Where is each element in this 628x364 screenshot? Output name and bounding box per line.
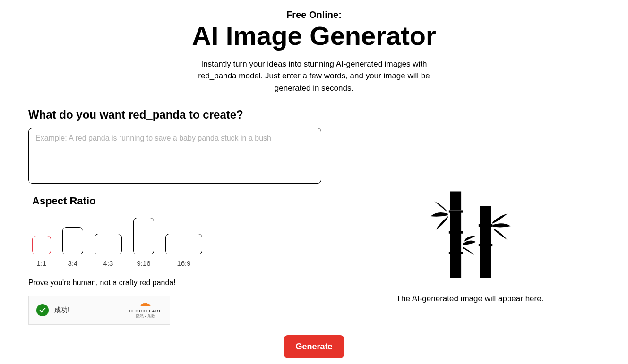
aspect-option-label: 1:1 bbox=[37, 259, 47, 267]
header-subtitle: Free Online: bbox=[28, 9, 600, 20]
aspect-box-icon bbox=[165, 234, 202, 254]
svg-rect-0 bbox=[450, 191, 461, 210]
aspect-option-label: 3:4 bbox=[68, 259, 78, 267]
page-title: AI Image Generator bbox=[28, 21, 600, 51]
aspect-option-label: 4:3 bbox=[103, 259, 113, 267]
captcha-widget[interactable]: 成功! CLOUDFLARE 隐私 • 条款 bbox=[28, 296, 170, 325]
svg-rect-9 bbox=[480, 246, 491, 278]
svg-rect-6 bbox=[448, 252, 462, 254]
aspect-option-label: 9:16 bbox=[137, 259, 150, 267]
svg-rect-8 bbox=[480, 226, 491, 244]
svg-rect-2 bbox=[450, 233, 461, 252]
preview-placeholder-text: The AI-generated image will appear here. bbox=[396, 294, 544, 304]
cloudflare-icon bbox=[138, 302, 153, 308]
aspect-box-icon bbox=[32, 236, 51, 254]
aspect-option-4-3[interactable]: 4:3 bbox=[95, 234, 122, 267]
cloudflare-brand: CLOUDFLARE 隐私 • 条款 bbox=[129, 302, 162, 319]
generate-button[interactable]: Generate bbox=[284, 335, 344, 358]
svg-rect-1 bbox=[450, 212, 461, 231]
bamboo-icon bbox=[421, 186, 520, 286]
aspect-option-1-1[interactable]: 1:1 bbox=[32, 236, 51, 267]
aspect-ratio-label: Aspect Ratio bbox=[32, 195, 321, 207]
svg-rect-10 bbox=[478, 224, 492, 226]
aspect-ratio-options: 1:1 3:4 4:3 9:16 16:9 bbox=[32, 218, 321, 267]
svg-rect-5 bbox=[448, 231, 462, 233]
svg-rect-3 bbox=[450, 254, 461, 277]
svg-rect-4 bbox=[448, 210, 462, 212]
aspect-box-icon bbox=[62, 227, 83, 254]
prompt-input[interactable] bbox=[28, 128, 321, 184]
cloudflare-links[interactable]: 隐私 • 条款 bbox=[136, 313, 155, 319]
aspect-option-9-16[interactable]: 9:16 bbox=[133, 218, 154, 267]
cloudflare-text: CLOUDFLARE bbox=[129, 309, 162, 313]
aspect-box-icon bbox=[133, 218, 154, 254]
prompt-label: What do you want red_panda to create? bbox=[28, 108, 321, 121]
aspect-option-label: 16:9 bbox=[177, 259, 190, 267]
captcha-label: Prove you're human, not a crafty red pan… bbox=[28, 279, 321, 287]
svg-rect-11 bbox=[478, 244, 492, 246]
aspect-option-3-4[interactable]: 3:4 bbox=[62, 227, 83, 267]
header-description: Instantly turn your ideas into stunning … bbox=[189, 58, 439, 94]
aspect-option-16-9[interactable]: 16:9 bbox=[165, 234, 202, 267]
checkmark-icon bbox=[36, 304, 49, 316]
captcha-status: 成功! bbox=[54, 306, 69, 314]
svg-rect-7 bbox=[480, 206, 491, 224]
aspect-box-icon bbox=[95, 234, 122, 254]
